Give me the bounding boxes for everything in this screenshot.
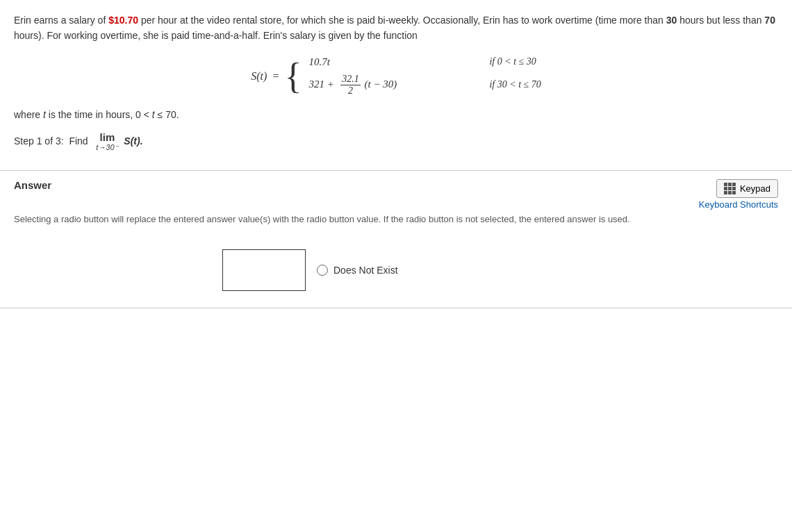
keypad-cell [728, 187, 732, 190]
piecewise-row-1: 10.7t if 0 < t ≤ 30 [308, 56, 541, 68]
answer-section: Answer Keypad Keyboard Shortcuts Select [0, 171, 792, 308]
keypad-shortcuts-group: Keypad Keyboard Shortcuts [699, 179, 778, 210]
keypad-cell [724, 191, 727, 194]
limit-subscript: t→30⁻ [96, 143, 118, 152]
salary-amount: $10.70 [108, 15, 138, 26]
piecewise-row-2: 321 + 32.1 2 (t − 30) if 30 < t ≤ 70 [308, 74, 541, 97]
keypad-cell [732, 187, 736, 190]
step-function: S(t). [124, 135, 142, 146]
radio-option-label: Does Not Exist [333, 265, 398, 276]
overtime-threshold: 30 [666, 15, 677, 26]
step-instruction: Find [69, 135, 88, 146]
piecewise-cond-1: if 0 < t ≤ 30 [489, 56, 536, 67]
formula-block: S(t) = { 10.7t if 0 < t ≤ 30 321 + 32.1 … [14, 56, 778, 97]
lim-word: lim [100, 131, 115, 143]
problem-text-before: Erin earns a salary of [14, 15, 108, 26]
answer-input-row: Does Not Exist [14, 238, 778, 308]
where-text: where t is the time in hours, 0 < t ≤ 70… [14, 109, 778, 120]
radio-circle[interactable] [317, 265, 328, 276]
keypad-cell [728, 183, 732, 186]
problem-text-end: hours). For working overtime, she is pai… [14, 30, 418, 41]
limit-notation-group: lim t→30⁻ [96, 131, 118, 152]
keypad-cell [732, 191, 736, 194]
problem-container: Erin earns a salary of $10.70 per hour a… [0, 0, 792, 171]
problem-text: Erin earns a salary of $10.70 per hour a… [14, 13, 778, 44]
piecewise-expr-1: 10.7t [308, 56, 447, 68]
big-brace: { [284, 58, 302, 94]
answer-label: Answer [14, 179, 51, 191]
radio-option-does-not-exist[interactable]: Does Not Exist [317, 265, 398, 276]
problem-text-after-salary: per hour at the video rental store, for … [138, 15, 666, 26]
keypad-cell [724, 187, 727, 190]
answer-input[interactable] [222, 249, 306, 291]
keypad-cell [728, 191, 732, 194]
answer-header-row: Answer Keypad Keyboard Shortcuts [14, 179, 778, 210]
keypad-button-label: Keypad [740, 183, 770, 194]
keypad-button[interactable]: Keypad [716, 179, 778, 198]
overtime-max: 70 [764, 15, 775, 26]
fraction-32-1-over-2: 32.1 2 [340, 74, 361, 97]
problem-text-middle: hours but less than [677, 15, 764, 26]
piecewise-cases: 10.7t if 0 < t ≤ 30 321 + 32.1 2 (t − 30… [308, 56, 541, 97]
piecewise-expr-2: 321 + 32.1 2 (t − 30) [308, 74, 447, 97]
keyboard-shortcuts-link[interactable]: Keyboard Shortcuts [699, 199, 778, 210]
step-label: Step 1 of 3: [14, 135, 64, 146]
piecewise-cond-2: if 30 < t ≤ 70 [489, 79, 541, 90]
function-label: S(t) [251, 70, 267, 83]
keypad-cell [732, 183, 736, 186]
step-header: Step 1 of 3: Find lim t→30⁻ S(t). [14, 131, 778, 152]
keypad-icon [724, 183, 736, 194]
radio-info-text: Selecting a radio button will replace th… [14, 214, 778, 224]
equals-sign: = [272, 70, 279, 83]
keypad-cell [724, 183, 727, 186]
